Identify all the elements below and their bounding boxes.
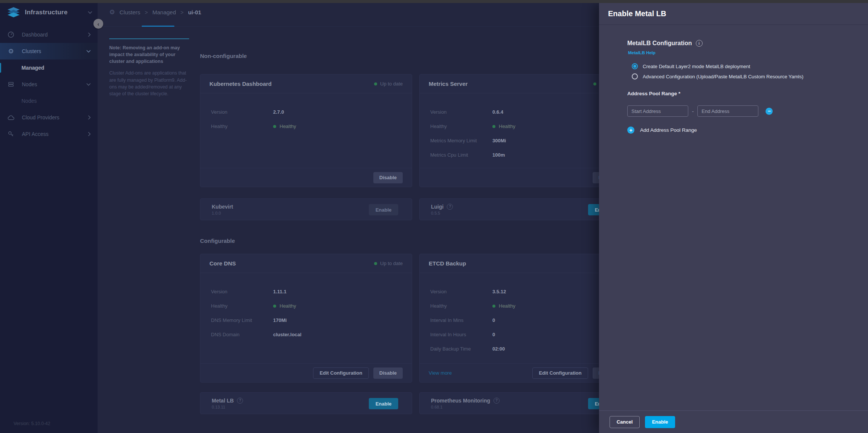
field-value: Healthy xyxy=(273,302,296,311)
card-title: Kubernetes Dashboard xyxy=(209,81,272,87)
note-body: Cluster Add-ons are applications that ar… xyxy=(109,70,189,97)
breadcrumb-cluster-name: ui-01 xyxy=(188,9,201,15)
field-label: Version xyxy=(211,108,273,117)
metallb-help-link[interactable]: MetalLB Help xyxy=(628,50,656,55)
status-dot-icon xyxy=(593,82,596,85)
radio-advanced-configuration[interactable]: Advanced Configuration (Upload/Paste Met… xyxy=(632,73,853,79)
field-label: Version xyxy=(430,108,492,117)
app-version-label: Version: 5.10.0-42 xyxy=(14,421,50,426)
radio-unselected-icon[interactable] xyxy=(632,73,638,79)
field-row: Healthy Healthy xyxy=(211,122,401,131)
sidebar-item-nodes[interactable]: Nodes xyxy=(0,76,98,93)
chevron-down-icon xyxy=(86,50,91,53)
enable-button[interactable]: Enable xyxy=(369,398,398,409)
help-icon[interactable]: ? xyxy=(447,204,453,210)
radio-layer2-mode[interactable]: Create Default Layer2 mode MetalLB deplo… xyxy=(632,63,853,69)
start-address-input[interactable] xyxy=(627,105,688,117)
breadcrumb-separator: > xyxy=(145,9,148,15)
disable-button[interactable]: Disable xyxy=(373,367,403,379)
gear-icon: ⚙ xyxy=(0,48,22,55)
sidebar-logo-row[interactable]: Infrastructure xyxy=(0,3,98,22)
sidebar-item-cloud-providers[interactable]: Cloud Providers xyxy=(0,109,98,126)
edit-configuration-button[interactable]: Edit Configuration xyxy=(532,367,588,379)
status-badge: Up to date xyxy=(374,81,403,87)
configurable-row: Core DNS Up to date Version 1.11.1 Healt… xyxy=(200,254,631,383)
field-value: 0.6.4 xyxy=(492,108,503,117)
view-more-link[interactable]: View more xyxy=(429,370,452,376)
field-label: DNS Domain xyxy=(211,330,273,339)
field-label: DNS Memory Limit xyxy=(211,316,273,325)
chevron-right-icon xyxy=(88,115,91,120)
addons-cards-area: Non-configurable Kubernetes Dashboard Up… xyxy=(200,53,631,414)
field-row: Interval In Mins 0 xyxy=(430,316,620,325)
configurable-mini-row: Metal LB ? 0.13.11 Enable Prometheus Mon… xyxy=(200,392,631,414)
card-title: Metrics Server xyxy=(429,81,468,87)
field-row: Version 0.6.4 xyxy=(430,108,620,117)
field-row: DNS Memory Limit 170Mi xyxy=(211,316,401,325)
field-row: Version 1.11.1 xyxy=(211,287,401,296)
app-title: Infrastructure xyxy=(25,9,88,16)
field-row: DNS Domain cluster.local xyxy=(211,330,401,339)
field-value: 2.7.0 xyxy=(273,108,284,117)
add-range-label: Add Address Pool Range xyxy=(640,127,697,133)
field-label: Interval In Mins xyxy=(430,316,492,325)
cancel-button[interactable]: Cancel xyxy=(610,416,640,428)
breadcrumb-clusters[interactable]: Clusters xyxy=(119,9,140,15)
section-heading-configurable: Configurable xyxy=(200,238,631,244)
field-value: cluster.local xyxy=(273,330,301,339)
active-tab-indicator xyxy=(142,26,174,27)
drawer-footer: Cancel Enable xyxy=(599,410,868,433)
sidebar-item-api-access[interactable]: API Access xyxy=(0,126,98,142)
field-row: Version 2.7.0 xyxy=(211,108,401,117)
add-range-button[interactable]: + xyxy=(627,127,634,134)
disable-button[interactable]: Disable xyxy=(373,172,403,183)
sidebar-item-nodes-sub[interactable]: Nodes xyxy=(0,93,98,109)
metallb-mode-radio-group: Create Default Layer2 mode MetalLB deplo… xyxy=(627,63,853,79)
remove-range-button[interactable]: − xyxy=(766,108,773,115)
field-label: Interval In Hours xyxy=(430,330,492,339)
range-separator: - xyxy=(692,108,694,114)
status-dot-icon xyxy=(374,82,377,85)
breadcrumb-managed[interactable]: Managed xyxy=(152,9,176,15)
field-row: Interval In Hours 0 xyxy=(430,330,620,339)
enable-button[interactable]: Enable xyxy=(645,416,675,428)
enable-button[interactable]: Enable xyxy=(369,204,398,215)
add-address-pool-range[interactable]: + Add Address Pool Range xyxy=(627,127,853,134)
healthy-dot-icon xyxy=(273,305,276,308)
radio-selected-icon[interactable] xyxy=(632,63,638,69)
healthy-dot-icon xyxy=(492,305,495,308)
help-icon[interactable]: ? xyxy=(494,398,500,404)
field-value: 300Mi xyxy=(492,136,506,145)
server-icon xyxy=(0,81,22,88)
field-label: Version xyxy=(430,287,492,296)
card-title: Core DNS xyxy=(209,260,236,267)
sidebar-item-managed[interactable]: Managed xyxy=(0,59,98,76)
edit-configuration-button[interactable]: Edit Configuration xyxy=(313,367,368,379)
non-configurable-mini-row: Kubevirt 1.0.0 Enable Luigi ? 0.5.5 Enab… xyxy=(200,198,631,220)
help-icon[interactable]: ? xyxy=(237,398,243,404)
status-badge: Up to date xyxy=(374,261,403,266)
chevron-right-icon xyxy=(88,32,91,37)
field-row: Healthy Healthy xyxy=(211,302,401,311)
sidebar-collapse-button[interactable]: ‹ xyxy=(93,19,103,29)
field-value: 1.11.1 xyxy=(273,287,286,296)
address-pool-range-row: - − xyxy=(627,105,853,117)
end-address-input[interactable] xyxy=(697,105,758,117)
healthy-dot-icon xyxy=(492,125,495,128)
layers-logo-icon xyxy=(6,7,21,18)
addon-card-metal-lb: Metal LB ? 0.13.11 Enable xyxy=(200,392,412,414)
chevron-down-icon[interactable] xyxy=(88,11,92,14)
gear-icon: ⚙ xyxy=(109,8,115,16)
field-value: 0 xyxy=(492,330,495,339)
sidebar-item-dashboard[interactable]: Dashboard xyxy=(0,26,98,43)
field-label: Version xyxy=(211,287,273,296)
sidebar-item-clusters[interactable]: ⚙ Clusters xyxy=(0,43,98,59)
field-row: Metrics Memory Limit 300Mi xyxy=(430,136,620,145)
non-configurable-row: Kubernetes Dashboard Up to date Version … xyxy=(200,74,631,187)
field-label: Metrics Cpu Limit xyxy=(430,151,492,160)
chevron-right-icon xyxy=(88,132,91,136)
section-heading-non-configurable: Non-configurable xyxy=(200,53,631,59)
field-label: Metrics Memory Limit xyxy=(430,136,492,145)
field-label: Healthy xyxy=(211,122,273,131)
info-icon[interactable]: i xyxy=(696,40,703,47)
